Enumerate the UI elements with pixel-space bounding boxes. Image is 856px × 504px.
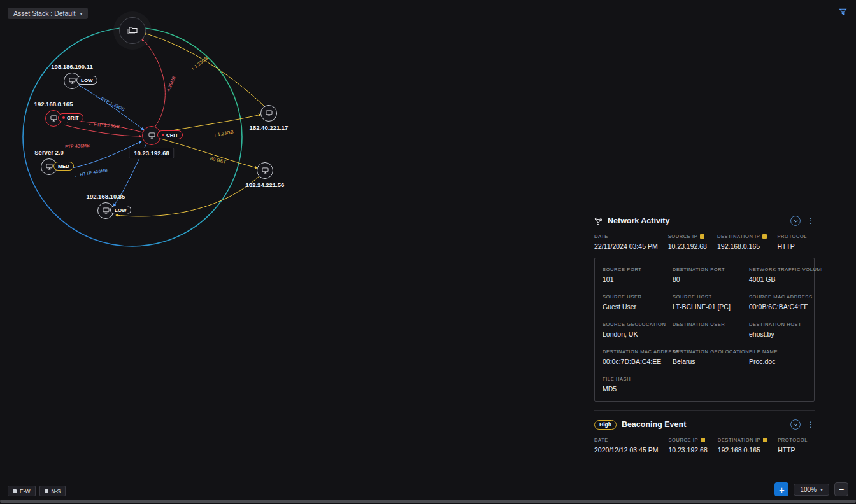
event-meta-date: DATE22/11/2024 03:45 PM	[594, 234, 658, 250]
ip-tag-icon	[701, 438, 705, 442]
collapse-chevron-icon[interactable]	[790, 216, 801, 226]
event-detail-field: NETWORK TRAFFIC VOLUME4001 GB	[749, 267, 822, 283]
event-network-activity: Network Activity ⋮ DATE22/11/2024 03:45 …	[594, 216, 815, 402]
event-meta-destination-ip: DESTINATION IP192.168.0.165	[718, 437, 767, 454]
event-detail-field: DESTINATION MAC ADDRESS00:0c:7D:BA:C4:EE	[603, 349, 666, 365]
severity-badge-high: High	[594, 420, 617, 430]
event-detail-field: DESTINATION PORT80	[673, 267, 743, 283]
event-detail-field: DESTINATION GEOLOCATIONBelarus	[673, 349, 743, 365]
event-detail-field: SOURCE HOSTLT-BCLINE-01 [PC]	[673, 294, 743, 311]
event-menu-icon[interactable]: ⋮	[807, 216, 815, 225]
event-detail-field: DESTINATION HOSTehost.by	[749, 321, 822, 338]
event-detail-field: DESTINATION USER--	[673, 321, 743, 338]
event-title: Network Activity	[608, 216, 669, 225]
event-detail-field: FILE HASHMD5	[603, 376, 666, 393]
event-detail-field: FILE NAMEProc.doc	[749, 349, 822, 365]
event-meta-protocol: PROTOCOLHTTP	[777, 234, 807, 250]
event-meta-source-ip: SOURCE IP10.23.192.68	[668, 234, 707, 250]
conversation-map-panel: Conversation Map ×	[288, 190, 578, 480]
event-title: Beaconing Event	[622, 420, 686, 429]
ip-tag-icon	[763, 438, 767, 442]
event-detail-field: SOURCE USERGuest User	[603, 294, 666, 311]
event-meta-source-ip: SOURCE IP10.23.192.68	[668, 437, 707, 454]
events-panel: Events 149 / 149 × Network Activity ⋮	[586, 190, 823, 480]
event-meta-protocol: PROTOCOLHTTP	[778, 437, 808, 454]
event-detail-field: SOURCE MAC ADDRESS00:0B:6C:BA:C4:FF	[749, 294, 822, 311]
event-menu-icon[interactable]: ⋮	[807, 420, 815, 429]
network-activity-icon	[594, 217, 603, 225]
ip-tag-icon	[700, 234, 704, 239]
collapse-chevron-icon[interactable]	[790, 419, 801, 430]
event-meta-date: DATE2020/12/12 03:45 PM	[594, 437, 658, 454]
ip-tag-icon	[762, 234, 767, 239]
panels-row: Alerts 13 / 13 ⚙ × CRIT Connections to A…	[5, 190, 856, 480]
event-meta-destination-ip: DESTINATION IP192.168.0.165	[717, 234, 767, 250]
conversation-map-canvas[interactable]: Asset Stack : Default▾ LOW198.186.190.11…	[288, 190, 578, 480]
event-detail-field: SOURCE PORT101	[603, 267, 666, 283]
horizontal-scrollbar[interactable]	[0, 500, 856, 503]
event-details-grid: SOURCE PORT101DESTINATION PORT80NETWORK …	[594, 258, 815, 402]
event-beaconing: High Beaconing Event ⋮ DATE2020/12/12 03…	[594, 410, 815, 454]
event-detail-field: SOURCE GEOLOCATIONLondon, UK	[603, 321, 666, 338]
